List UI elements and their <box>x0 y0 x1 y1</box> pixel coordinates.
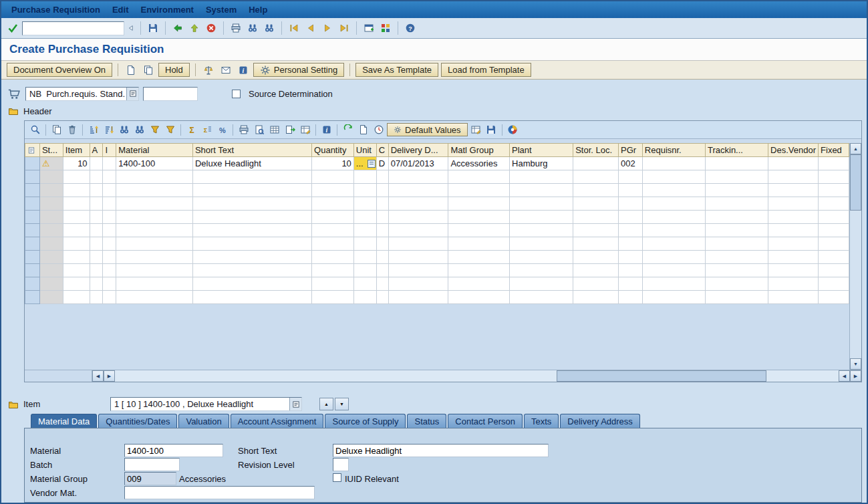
percentage-icon[interactable] <box>215 123 229 137</box>
document-number-field[interactable] <box>143 87 198 101</box>
cell-i[interactable] <box>103 264 116 277</box>
cell-fixed[interactable] <box>819 251 849 264</box>
menu-environment[interactable]: Environment <box>134 3 199 16</box>
row-selector[interactable] <box>25 184 40 197</box>
cell-c[interactable] <box>376 264 388 277</box>
cell-short_text[interactable] <box>192 277 311 291</box>
cell-stor_loc[interactable] <box>573 157 619 170</box>
command-dropdown-icon[interactable] <box>126 21 136 35</box>
cell-plant[interactable] <box>510 170 573 184</box>
cell-tracking[interactable] <box>705 211 768 224</box>
cell-tracking[interactable] <box>705 184 768 197</box>
cell-plant[interactable] <box>510 237 573 251</box>
cell-i[interactable] <box>103 197 116 211</box>
scroll-up-button[interactable]: ▲ <box>850 143 861 154</box>
refresh-icon[interactable] <box>341 123 355 137</box>
cell-requisnr[interactable] <box>642 224 705 237</box>
cell-a[interactable] <box>90 184 103 197</box>
cell-item[interactable] <box>63 184 90 197</box>
cell-requisnr[interactable] <box>642 251 705 264</box>
cell-material[interactable] <box>116 251 193 264</box>
row-selector[interactable] <box>25 170 40 184</box>
cell-delivery_date[interactable] <box>388 197 448 211</box>
row-selector[interactable] <box>25 237 40 251</box>
cell-requisnr[interactable] <box>642 291 705 304</box>
choose-layout-icon[interactable] <box>298 123 312 137</box>
cell-c[interactable] <box>376 277 388 291</box>
previous-item-button[interactable]: ▲ <box>319 398 333 410</box>
cell-item[interactable] <box>63 197 90 211</box>
material-group-field[interactable] <box>124 472 176 485</box>
cell-delivery_date[interactable] <box>388 170 448 184</box>
column-header-item[interactable]: Item <box>63 144 90 157</box>
cell-a[interactable] <box>90 277 103 291</box>
cell-matl_group[interactable] <box>448 291 510 304</box>
create-shortcut-icon[interactable] <box>378 21 393 35</box>
cancel-icon[interactable] <box>204 21 219 35</box>
cell-i[interactable] <box>103 251 116 264</box>
cell-item[interactable] <box>63 211 90 224</box>
column-header-a[interactable]: A <box>90 144 103 157</box>
cell-fixed[interactable] <box>819 184 849 197</box>
cell-short_text[interactable] <box>192 170 311 184</box>
cell-i[interactable] <box>103 170 116 184</box>
cell-tracking[interactable] <box>705 277 768 291</box>
cell-des_vendor[interactable] <box>768 170 819 184</box>
cell-des_vendor[interactable] <box>768 184 819 197</box>
cell-item[interactable] <box>63 291 90 304</box>
cell-pgr[interactable] <box>618 224 642 237</box>
cell-des_vendor[interactable] <box>768 224 819 237</box>
cell-stor_loc[interactable] <box>573 291 619 304</box>
enter-icon[interactable] <box>5 21 20 35</box>
cell-pgr[interactable] <box>618 264 642 277</box>
cell-c[interactable] <box>376 224 388 237</box>
cell-plant[interactable] <box>510 251 573 264</box>
cell-item[interactable] <box>63 277 90 291</box>
cell-des_vendor[interactable] <box>768 277 819 291</box>
cell-des_vendor[interactable] <box>768 237 819 251</box>
cell-plant[interactable] <box>510 224 573 237</box>
document-flow-icon[interactable] <box>356 123 370 137</box>
cell-des_vendor[interactable] <box>768 197 819 211</box>
cell-fixed[interactable] <box>819 277 849 291</box>
cell-quantity[interactable] <box>312 197 354 211</box>
cell-material[interactable] <box>116 264 193 277</box>
cell-i[interactable] <box>103 291 116 304</box>
cell-unit[interactable] <box>353 211 376 224</box>
next-item-button[interactable]: ▼ <box>335 398 349 410</box>
cell-material[interactable] <box>116 170 193 184</box>
cell-matl_group[interactable] <box>448 237 510 251</box>
cell-a[interactable] <box>90 251 103 264</box>
cell-delivery_date[interactable] <box>388 264 448 277</box>
row-selector[interactable] <box>25 264 40 277</box>
tab-material-data[interactable]: Material Data <box>31 414 97 428</box>
cell-fixed[interactable] <box>819 291 849 304</box>
cell-short_text[interactable] <box>192 237 311 251</box>
cell-c[interactable] <box>376 211 388 224</box>
cell-tracking[interactable] <box>705 197 768 211</box>
cell-stor_loc[interactable] <box>573 277 619 291</box>
cell-stor_loc[interactable] <box>573 264 619 277</box>
cell-tracking[interactable] <box>705 251 768 264</box>
cell-quantity[interactable]: 10 <box>312 157 354 170</box>
cell-quantity[interactable] <box>312 170 354 184</box>
cell-plant[interactable] <box>510 264 573 277</box>
print-preview-icon[interactable] <box>252 123 266 137</box>
cell-delivery_date[interactable] <box>388 211 448 224</box>
tab-status[interactable]: Status <box>407 414 446 428</box>
matchcode-icon[interactable] <box>368 160 376 168</box>
last-page-icon[interactable] <box>337 21 351 35</box>
cell-c[interactable] <box>376 237 388 251</box>
cell-matl_group[interactable]: Accessories <box>448 157 510 170</box>
info-icon[interactable] <box>319 123 333 137</box>
previous-page-icon[interactable] <box>303 21 318 35</box>
cell-material[interactable]: 1400-100 <box>116 157 193 170</box>
cell-matl_group[interactable] <box>448 251 510 264</box>
column-header-unit[interactable]: Unit <box>353 144 376 157</box>
command-field[interactable] <box>22 21 124 35</box>
cell-stor_loc[interactable] <box>573 211 619 224</box>
cell-item[interactable]: 10 <box>63 157 90 170</box>
schedule-icon[interactable] <box>372 123 386 137</box>
cell-pgr[interactable] <box>618 291 642 304</box>
cell-des_vendor[interactable] <box>768 251 819 264</box>
